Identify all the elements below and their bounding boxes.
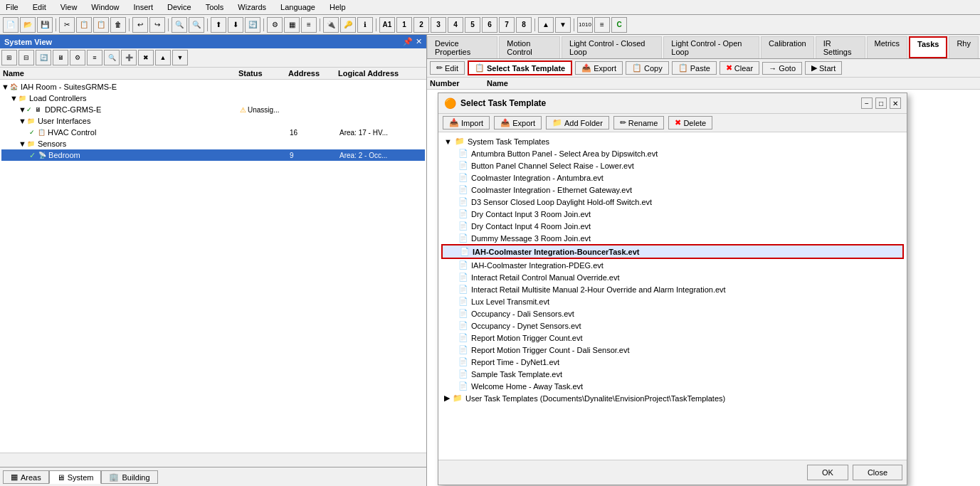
menu-tools[interactable]: Tools	[203, 1, 227, 13]
export-btn[interactable]: 📤 Export	[575, 61, 623, 75]
modal-export-btn[interactable]: 📤 Export	[494, 116, 542, 130]
tree-item-load-controllers[interactable]: ▼ 📁 Load Controllers	[1, 93, 425, 104]
template-item[interactable]: 📄Occupancy - Dynet Sensors.evt	[441, 319, 904, 332]
template-item[interactable]: 📄Report Time - DyNet1.evt	[441, 356, 904, 368]
edit-btn[interactable]: ✏ Edit	[430, 61, 465, 75]
panel-tb-list[interactable]: ≡	[87, 50, 102, 65]
modal-add-folder-btn[interactable]: 📁 Add Folder	[546, 116, 609, 130]
settings-button[interactable]: ⚙	[267, 17, 283, 33]
panel-tb-up[interactable]: ▲	[155, 50, 171, 65]
modal-ok-btn[interactable]: OK	[807, 465, 848, 480]
delete-button[interactable]: 🗑	[110, 17, 126, 33]
modal-minimize-btn[interactable]: −	[861, 97, 873, 109]
template-item[interactable]: 📄Dry Contact Input 4 Room Join.evt	[441, 220, 904, 232]
tree-item-user-interfaces[interactable]: ▼ 📁 User Interfaces	[1, 115, 425, 127]
template-item[interactable]: 📄Welcome Home - Away Task.evt	[441, 380, 904, 392]
undo-button[interactable]: ↩	[132, 17, 148, 33]
select-task-template-btn[interactable]: 📋 Select Task Template	[468, 60, 572, 75]
tree-item-hvac[interactable]: ✓ 📋 HVAC Control 16 Area: 17 - HV...	[1, 127, 425, 138]
new-button[interactable]: 📄	[3, 17, 19, 33]
panel-pin-btn[interactable]: 📌	[403, 37, 413, 46]
panel-tb-add[interactable]: ➕	[121, 50, 137, 65]
tab-rhy[interactable]: Rhy	[949, 36, 979, 58]
num1-btn[interactable]: A1	[379, 17, 395, 33]
tab-light-open[interactable]: Light Control - Open Loop	[663, 36, 759, 58]
modal-delete-btn[interactable]: ✖ Delete	[668, 116, 712, 130]
copy-button[interactable]: 📋	[76, 17, 92, 33]
c-btn[interactable]: C	[611, 17, 627, 33]
expand-lc[interactable]: ▼	[10, 94, 18, 102]
num7-btn[interactable]: 6	[482, 17, 497, 33]
tab-areas[interactable]: ▦ Areas	[3, 470, 49, 484]
num8-btn[interactable]: 7	[499, 17, 515, 33]
expand-iah[interactable]: ▼	[1, 83, 9, 91]
tab-tasks[interactable]: Tasks	[909, 36, 947, 58]
expand-ui[interactable]: ▼	[19, 117, 26, 125]
panel-tb-delete[interactable]: ✖	[138, 50, 154, 65]
arrow-down-btn[interactable]: ▼	[555, 17, 571, 33]
start-btn[interactable]: ▶ Start	[805, 61, 842, 75]
menu-language[interactable]: Language	[278, 1, 318, 13]
tab-calibration[interactable]: Calibration	[761, 36, 814, 58]
modal-close-footer-btn[interactable]: Close	[853, 465, 902, 480]
tree-item-iah-room[interactable]: ▼ 🏠 IAH Room - SuitesGRMS-E	[1, 81, 425, 93]
redo-button[interactable]: ↪	[149, 17, 165, 33]
template-item[interactable]: 📄Lux Level Transmit.evt	[441, 295, 904, 307]
tree-item-ddrc[interactable]: ▼ ✓ 🖥 DDRC-GRMS-E ⚠ Unassig...	[1, 104, 425, 115]
template-item[interactable]: 📄Antumbra Button Panel - Select Area by …	[441, 147, 904, 159]
grid-button[interactable]: ▦	[284, 17, 300, 33]
panel-tb-down[interactable]: ▼	[172, 50, 188, 65]
connect-button[interactable]: 🔌	[323, 17, 339, 33]
panel-tb-expand[interactable]: ⊞	[1, 50, 17, 65]
info-button[interactable]: ℹ	[357, 17, 373, 33]
upload-button[interactable]: ⬆	[211, 17, 226, 33]
template-item[interactable]: 📄Interact Retail Control Manual Override…	[441, 271, 904, 283]
tab-system[interactable]: 🖥 System	[49, 470, 102, 484]
modal-maximize-btn[interactable]: □	[875, 97, 887, 109]
template-item[interactable]: 📄Coolmaster Integration - Antumbra.evt	[441, 171, 904, 184]
system-templates-folder[interactable]: ▼ 📁 System Task Templates	[441, 135, 904, 147]
save-button[interactable]: 💾	[37, 17, 53, 33]
modal-close-btn[interactable]: ✕	[890, 97, 901, 109]
modal-rename-btn[interactable]: ✏ Rename	[613, 116, 665, 130]
menu-device[interactable]: Device	[164, 1, 194, 13]
menu-edit[interactable]: Edit	[30, 1, 49, 13]
template-item[interactable]: 📄Dry Contact Input 3 Room Join.evt	[441, 208, 904, 220]
tab-ir-settings[interactable]: IR Settings	[816, 36, 865, 58]
expand-sensors[interactable]: ▼	[19, 139, 26, 148]
num9-btn[interactable]: 8	[516, 17, 532, 33]
panel-close-btn[interactable]: ✕	[416, 37, 422, 46]
panel-tb-search[interactable]: 🔍	[104, 50, 120, 65]
tab-light-closed[interactable]: Light Control - Closed Loop	[562, 36, 662, 58]
template-item[interactable]: 📄Report Motion Trigger Count - Dali Sens…	[441, 344, 904, 356]
copy-btn[interactable]: 📋 Copy	[626, 61, 669, 75]
equals-btn[interactable]: ≡	[594, 17, 610, 33]
tab-motion-control[interactable]: Motion Control	[499, 36, 560, 58]
template-item[interactable]: 📄Occupancy - Dali Sensors.evt	[441, 307, 904, 319]
arrow-up-btn[interactable]: ▲	[538, 17, 554, 33]
template-item[interactable]: 📄Button Panel Channel Select Raise - Low…	[441, 159, 904, 171]
template-item[interactable]: 📄IAH-Coolmaster Integration-PDEG.evt	[441, 259, 904, 271]
template-item[interactable]: 📄Coolmaster Integration - Ethernet Gatew…	[441, 184, 904, 196]
tree-item-bedroom[interactable]: ✓ 📡 Bedroom 9 Area: 2 - Occ...	[1, 149, 425, 161]
menu-file[interactable]: File	[3, 1, 21, 13]
open-button[interactable]: 📂	[20, 17, 36, 33]
template-item[interactable]: 📄D3 Sensor Closed Loop Daylight Hold-off…	[441, 196, 904, 208]
tab-metrics[interactable]: Metrics	[867, 36, 907, 58]
modal-import-btn[interactable]: 📥 Import	[443, 116, 490, 130]
clear-btn[interactable]: ✖ Clear	[720, 61, 759, 75]
user-templates-folder[interactable]: ▶ 📁 User Task Templates (Documents\Dynal…	[441, 392, 904, 404]
template-item[interactable]: 📄IAH-Coolmaster Integration-BouncerTask.…	[441, 244, 904, 259]
menu-wizards[interactable]: Wizards	[235, 1, 269, 13]
sync-button[interactable]: 🔄	[245, 17, 260, 33]
tab-device-properties[interactable]: Device Properties	[427, 36, 497, 58]
paste-btn[interactable]: 📋 Paste	[672, 61, 717, 75]
list-button[interactable]: ≡	[301, 17, 317, 33]
menu-view[interactable]: View	[58, 1, 80, 13]
download-button[interactable]: ⬇	[228, 17, 243, 33]
find-button[interactable]: 🔍	[189, 17, 204, 33]
num4-btn[interactable]: 3	[431, 17, 446, 33]
template-item[interactable]: 📄Dummy Message 3 Room Join.evt	[441, 232, 904, 244]
paste-button[interactable]: 📋	[93, 17, 109, 33]
panel-tb-device[interactable]: 🖥	[53, 50, 68, 65]
